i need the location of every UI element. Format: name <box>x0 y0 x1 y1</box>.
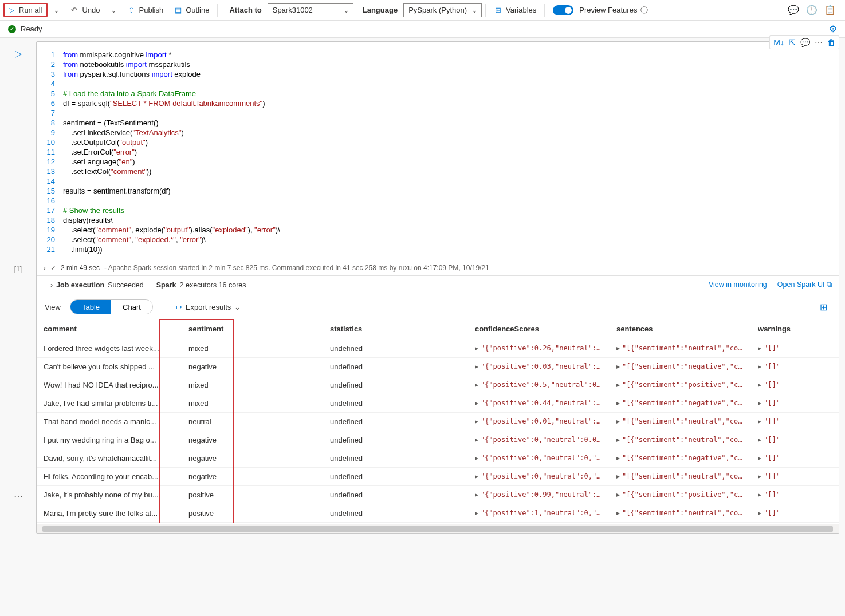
view-row: View Table Chart ↦ Export results ⌄ ⊞ <box>37 294 839 319</box>
preview-label: Preview Features <box>579 6 637 14</box>
cell: ▸"{"positive":0.5,"neutral":0.04,"neg: <box>468 376 610 394</box>
open-spark-ui-link[interactable]: Open Spark UI ⧉ <box>777 281 832 289</box>
outline-label: Outline <box>186 6 209 14</box>
comment-cell-icon[interactable]: 💬 <box>800 38 810 47</box>
cell: ▸"{"positive":0.26,"neutral":0.01,"neg <box>468 339 610 358</box>
chevron-right-icon[interactable]: › <box>50 281 53 289</box>
run-all-dropdown[interactable]: ⌄ <box>49 3 64 17</box>
col-confidenceScores[interactable]: confidenceScores <box>468 319 610 339</box>
status-bar: ✓ Ready ⚙ <box>0 21 845 38</box>
table-row[interactable]: Jake, it's probably none of my bu...posi… <box>37 486 839 504</box>
results-table-wrap[interactable]: commentsentimentstatisticsconfidenceScor… <box>37 319 839 523</box>
job-exec-row: › Job execution Succeeded Spark 2 execut… <box>37 275 839 294</box>
cell: ▸"[{"sentiment":"neutral","confidenc <box>610 413 751 431</box>
language-select[interactable]: PySpark (Python) ⌄ <box>403 3 482 17</box>
table-row[interactable]: David, sorry, it's whatchamacallit...neg… <box>37 449 839 468</box>
cell: ▸"[]" <box>751 413 839 431</box>
language-label: Language <box>355 6 402 14</box>
comment-icon[interactable]: 💬 <box>788 5 799 15</box>
toolbar-right: 💬 🕘 📋 <box>788 5 842 15</box>
table-row[interactable]: Jake, I've had similar problems tr...mix… <box>37 394 839 413</box>
cell: ▸"[{"sentiment":"positive","confiden <box>610 376 751 394</box>
cell: undefined <box>323 449 468 468</box>
collapse-icon[interactable]: ⇱ <box>789 38 796 47</box>
cell: ▸"[]" <box>751 394 839 413</box>
table-row[interactable]: Hi folks. According to your encab...nega… <box>37 468 839 486</box>
cell-toolbar: M↓ ⇱ 💬 ⋯ 🗑 <box>769 35 839 49</box>
cell: ▸"{"positive":1,"neutral":0,"negative" <box>468 504 610 523</box>
col-comment[interactable]: comment <box>37 319 182 339</box>
table-tab[interactable]: Table <box>70 300 111 314</box>
clipboard-icon[interactable]: 📋 <box>824 5 836 15</box>
cell: negative <box>182 449 323 468</box>
table-row[interactable]: Maria, I'm pretty sure the folks at...po… <box>37 504 839 523</box>
cell: ▸"[{"sentiment":"neutral","confidenc <box>610 431 751 449</box>
outline-icon: ▤ <box>174 6 182 14</box>
publish-icon: ⇧ <box>127 6 136 14</box>
table-row[interactable]: I ordered three widgets last week...mixe… <box>37 339 839 358</box>
cell: Jake, I've had similar problems tr... <box>37 394 182 413</box>
cell: undefined <box>323 468 468 486</box>
chevron-right-icon[interactable]: › <box>44 264 46 272</box>
table-body: I ordered three widgets last week...mixe… <box>37 339 839 523</box>
publish-button[interactable]: ⇧ Publish <box>123 3 168 17</box>
table-row[interactable]: Wow! I had NO IDEA that recipro...mixedu… <box>37 376 839 394</box>
cell: mixed <box>182 339 323 358</box>
variables-icon: ⊞ <box>494 6 502 14</box>
view-label: View <box>45 303 61 311</box>
undo-icon: ↶ <box>70 6 78 14</box>
cell: ▸"[{"sentiment":"negative","confider <box>610 358 751 376</box>
undo-button[interactable]: ↶ Undo <box>65 3 104 17</box>
preview-toggle[interactable] <box>553 5 573 15</box>
cell: undefined <box>323 394 468 413</box>
cell: I ordered three widgets last week... <box>37 339 182 358</box>
run-all-button[interactable]: ▷ Run all <box>3 3 48 17</box>
table-row[interactable]: That hand model needs a manic...neutralu… <box>37 413 839 431</box>
cell: undefined <box>323 504 468 523</box>
cell-index: [1] <box>14 265 22 273</box>
history-icon[interactable]: 🕘 <box>806 5 818 15</box>
table-row[interactable]: Can't believe you fools shipped ...negat… <box>37 358 839 376</box>
col-sentences[interactable]: sentences <box>610 319 751 339</box>
table-row[interactable]: I put my wedding ring in a Bag o...negat… <box>37 431 839 449</box>
col-sentiment[interactable]: sentiment <box>182 319 323 339</box>
cell: Jake, it's probably none of my bu... <box>37 486 182 504</box>
info-icon[interactable]: ⓘ <box>640 5 648 15</box>
play-icon: ▷ <box>7 6 15 14</box>
table-settings-icon[interactable]: ⊞ <box>820 302 831 313</box>
markdown-icon[interactable]: M↓ <box>773 38 784 47</box>
gear-icon[interactable]: ⚙ <box>829 23 837 34</box>
cell: positive <box>182 486 323 504</box>
code-body[interactable]: 123456789101112131415161718192021 from m… <box>37 42 839 260</box>
cell: mixed <box>182 376 323 394</box>
more-cell-icon[interactable]: ⋯ <box>815 38 823 47</box>
cell-gutter: ▷ [1] ⋯ <box>0 38 36 616</box>
variables-button[interactable]: ⊞ Variables <box>489 3 541 17</box>
cell: undefined <box>323 486 468 504</box>
export-results-button[interactable]: ↦ Export results ⌄ <box>176 303 241 311</box>
undo-dropdown[interactable]: ⌄ <box>106 3 121 17</box>
cell: ▸"{"positive":0,"neutral":0,"negative" <box>468 449 610 468</box>
cell: ▸"[{"sentiment":"neutral","confidenc <box>610 468 751 486</box>
chart-tab[interactable]: Chart <box>111 300 152 314</box>
more-icon[interactable]: ⋯ <box>14 491 23 502</box>
code-text[interactable]: from mmlspark.cognitive import * from no… <box>63 50 280 254</box>
col-warnings[interactable]: warnings <box>751 319 839 339</box>
outline-button[interactable]: ▤ Outline <box>169 3 214 17</box>
run-cell-button[interactable]: ▷ <box>15 48 22 59</box>
undo-label: Undo <box>82 6 100 14</box>
cell: ▸"[]" <box>751 486 839 504</box>
spark-label: Spark <box>156 281 176 289</box>
cell: ▸"[]" <box>751 449 839 468</box>
separator <box>485 4 486 17</box>
view-in-monitoring-link[interactable]: View in monitoring <box>709 281 767 289</box>
cell: I put my wedding ring in a Bag o... <box>37 431 182 449</box>
col-statistics[interactable]: statistics <box>323 319 468 339</box>
attach-to-select[interactable]: Spark31002 ⌄ <box>268 3 353 17</box>
scrollbar-thumb[interactable] <box>42 526 833 532</box>
delete-cell-icon[interactable]: 🗑 <box>827 38 835 47</box>
cell: undefined <box>323 431 468 449</box>
separator <box>544 4 545 17</box>
horizontal-scrollbar[interactable] <box>37 524 839 533</box>
cell: ▸"[]" <box>751 431 839 449</box>
